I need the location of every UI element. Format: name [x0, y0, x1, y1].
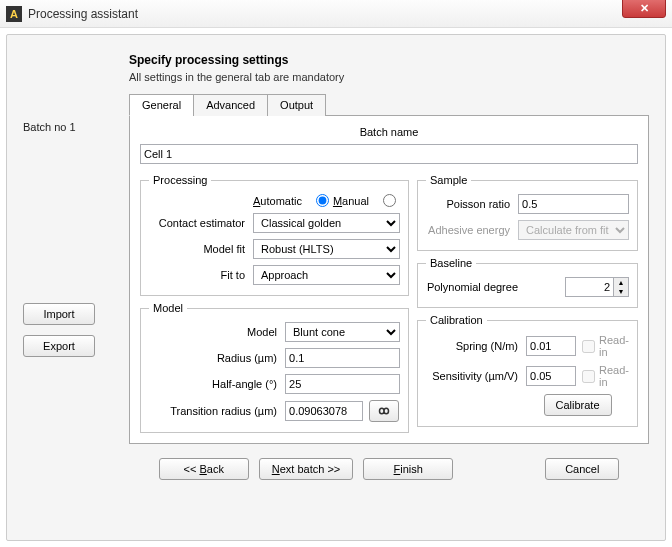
spinner-up[interactable]: ▲ [614, 278, 628, 287]
batch-name-input[interactable] [140, 144, 638, 164]
half-angle-label: Half-angle (°) [149, 378, 285, 390]
automatic-radio[interactable] [316, 194, 329, 207]
calibration-legend: Calibration [426, 314, 487, 326]
sample-legend: Sample [426, 174, 471, 186]
close-button[interactable]: ✕ [622, 0, 666, 18]
poisson-input[interactable] [518, 194, 629, 214]
sensitivity-label: Sensitivity (µm/V) [426, 370, 526, 382]
model-label: Model [149, 326, 285, 338]
calibration-fieldset: Calibration Spring (N/m) Read-in Sensiti… [417, 314, 638, 427]
export-button[interactable]: Export [23, 335, 95, 357]
processing-fieldset: Processing Automatic Manual [140, 174, 409, 296]
sensitivity-readin-checkbox [582, 370, 595, 383]
tab-advanced[interactable]: Advanced [193, 94, 268, 116]
transition-radius-label: Transition radius (µm) [149, 405, 285, 417]
calibrate-button[interactable]: Calibrate [544, 394, 612, 416]
tab-general[interactable]: General [129, 94, 194, 116]
spring-input[interactable] [526, 336, 576, 356]
fit-to-label: Fit to [149, 269, 253, 281]
finish-button[interactable]: Finish [363, 458, 453, 480]
cancel-button[interactable]: Cancel [545, 458, 619, 480]
page-heading: Specify processing settings [129, 53, 649, 67]
polynomial-label: Polynomial degree [426, 281, 526, 293]
manual-radio[interactable] [383, 194, 396, 207]
page-subheading: All settings in the general tab are mand… [129, 71, 649, 83]
model-legend: Model [149, 302, 187, 314]
back-button[interactable]: << Back [159, 458, 249, 480]
app-icon: A [6, 6, 22, 22]
fit-to-select[interactable]: Approach [253, 265, 400, 285]
contact-estimator-label: Contact estimator [149, 217, 253, 229]
window-title: Processing assistant [28, 7, 622, 21]
transition-radius-input[interactable] [285, 401, 363, 421]
polynomial-input[interactable] [565, 277, 614, 297]
spring-label: Spring (N/m) [426, 340, 526, 352]
contact-estimator-select[interactable]: Classical golden [253, 213, 400, 233]
processing-legend: Processing [149, 174, 211, 186]
batch-number-label: Batch no 1 [23, 121, 119, 133]
radius-label: Radius (µm) [149, 352, 285, 364]
model-select[interactable]: Blunt cone [285, 322, 400, 342]
half-angle-input[interactable] [285, 374, 400, 394]
scan-button[interactable] [369, 400, 399, 422]
baseline-legend: Baseline [426, 257, 476, 269]
model-fit-label: Model fit [149, 243, 253, 255]
loop-icon [375, 404, 393, 418]
sample-fieldset: Sample Poisson ratio Adhesive energy Cal… [417, 174, 638, 251]
batch-name-label: Batch name [140, 126, 638, 138]
sensitivity-input[interactable] [526, 366, 576, 386]
spring-readin-checkbox [582, 340, 595, 353]
adhesive-label: Adhesive energy [426, 224, 518, 236]
radius-input[interactable] [285, 348, 400, 368]
next-button[interactable]: Next batch >> [259, 458, 354, 480]
model-fieldset: Model Model Blunt cone Radius (µm) Half-… [140, 302, 409, 433]
baseline-fieldset: Baseline Polynomial degree ▲ ▼ [417, 257, 638, 308]
import-button[interactable]: Import [23, 303, 95, 325]
model-fit-select[interactable]: Robust (HLTS) [253, 239, 400, 259]
tab-output[interactable]: Output [267, 94, 326, 116]
adhesive-select: Calculate from fit [518, 220, 629, 240]
spinner-down[interactable]: ▼ [614, 287, 628, 296]
poisson-label: Poisson ratio [426, 198, 518, 210]
